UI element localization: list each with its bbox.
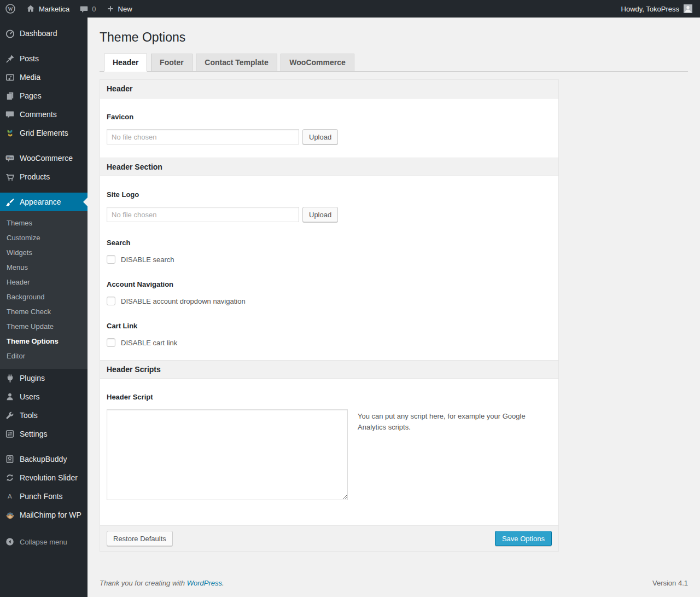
submenu-item-theme-options[interactable]: Theme Options: [0, 334, 88, 349]
sidebar-item-products[interactable]: Products: [0, 167, 88, 186]
comments-shortcut[interactable]: 0: [74, 0, 101, 18]
sidebar-item-grid-elements[interactable]: Grid Elements: [0, 124, 88, 142]
sidebar-item-punch-fonts[interactable]: A Punch Fonts: [0, 487, 88, 506]
plus-icon: [106, 4, 115, 13]
favicon-upload-button[interactable]: Upload: [302, 129, 338, 144]
disable-account-nav-checkbox[interactable]: [107, 297, 115, 305]
admin-menu: Dashboard Posts Media Pages Comments Gri…: [0, 18, 88, 597]
pages-icon: [0, 91, 20, 101]
plugin-icon: [0, 373, 20, 384]
brush-icon: [0, 197, 20, 207]
sidebar-item-settings[interactable]: Settings: [0, 425, 88, 443]
sidebar-item-plugins[interactable]: Plugins: [0, 369, 88, 387]
disable-cart-link-checkbox[interactable]: [107, 338, 115, 347]
sidebar-item-mailchimp[interactable]: MailChimp for WP: [0, 506, 88, 524]
sidebar-item-woocommerce[interactable]: Woo WooCommerce: [0, 149, 88, 167]
collapse-menu-button[interactable]: Collapse menu: [0, 532, 88, 551]
cart-icon: [0, 172, 20, 182]
wordpress-logo-icon: W: [5, 3, 16, 14]
submenu-item-editor[interactable]: Editor: [0, 349, 88, 363]
footer-version-text: Version 4.1: [652, 579, 688, 587]
wrench-icon: [0, 410, 20, 420]
svg-text:Woo: Woo: [7, 156, 13, 159]
letter-a-icon: A: [0, 491, 20, 501]
admin-footer: Thank you for creating with WordPress. V…: [100, 579, 688, 587]
sidebar-item-comments[interactable]: Comments: [0, 105, 88, 124]
new-menu[interactable]: New: [101, 0, 137, 18]
wordpress-link[interactable]: WordPress: [187, 579, 222, 587]
header-script-textarea[interactable]: [107, 409, 348, 500]
sidebar-item-appearance[interactable]: Appearance: [0, 193, 88, 211]
submenu-item-widgets[interactable]: Widgets: [0, 245, 88, 260]
site-logo-file-input[interactable]: [107, 207, 299, 222]
user-icon: [0, 392, 20, 402]
sidebar-item-tools[interactable]: Tools: [0, 406, 88, 425]
submenu-item-menus[interactable]: Menus: [0, 260, 88, 275]
sidebar-item-revolution-slider[interactable]: Revolution Slider: [0, 468, 88, 487]
save-options-button[interactable]: Save Options: [495, 531, 552, 546]
section-heading-header: Header: [100, 80, 558, 98]
sidebar-item-posts[interactable]: Posts: [0, 49, 88, 68]
tab-header[interactable]: Header: [104, 54, 147, 72]
tab-bar: Header Footer Contact Template WooCommer…: [100, 54, 688, 72]
site-logo-upload-button[interactable]: Upload: [302, 207, 338, 222]
search-label: Search: [107, 239, 552, 247]
grid-elements-icon: [0, 128, 20, 138]
comment-count: 0: [92, 5, 96, 13]
page-title: Theme Options: [100, 30, 688, 45]
tab-footer[interactable]: Footer: [151, 54, 192, 72]
admin-bar: W Marketica 0 New Howdy, TokoPress: [0, 0, 700, 18]
disable-cart-link-checkbox-label: DISABLE cart link: [121, 339, 177, 347]
sidebar-item-backupbuddy[interactable]: BackupBuddy: [0, 450, 88, 468]
media-icon: [0, 72, 20, 83]
restore-defaults-button[interactable]: Restore Defaults: [107, 531, 173, 546]
mailchimp-icon: [0, 510, 20, 520]
sidebar-item-pages[interactable]: Pages: [0, 86, 88, 105]
sidebar-item-dashboard[interactable]: Dashboard: [0, 24, 88, 43]
backup-icon: [0, 454, 20, 464]
submenu-item-theme-update[interactable]: Theme Update: [0, 319, 88, 334]
sidebar-item-users[interactable]: Users: [0, 387, 88, 406]
site-logo-label: Site Logo: [107, 190, 552, 199]
dashboard-icon: [0, 28, 20, 39]
svg-text:W: W: [8, 7, 13, 12]
comment-icon: [79, 4, 89, 14]
new-label: New: [118, 5, 132, 13]
tab-woocommerce[interactable]: WooCommerce: [281, 54, 354, 72]
footer-thanks-text: Thank you for creating with WordPress.: [100, 579, 224, 587]
refresh-icon: [0, 473, 20, 483]
submenu-item-customize[interactable]: Customize: [0, 230, 88, 245]
sidebar-item-media[interactable]: Media: [0, 68, 88, 86]
submenu-item-themes[interactable]: Themes: [0, 216, 88, 230]
home-icon: [26, 4, 36, 14]
collapse-arrow-icon: [0, 537, 20, 547]
appearance-submenu: Themes Customize Widgets Menus Header Ba…: [0, 211, 88, 369]
header-script-label: Header Script: [107, 393, 552, 401]
submenu-item-header[interactable]: Header: [0, 275, 88, 289]
settings-icon: [0, 429, 20, 439]
theme-options-panel: Header Favicon Upload Header Section Sit…: [100, 79, 559, 552]
section-heading-header-scripts: Header Scripts: [100, 360, 558, 379]
svg-text:A: A: [8, 492, 12, 500]
pushpin-icon: [0, 54, 20, 64]
account-navigation-label: Account Navigation: [107, 280, 552, 288]
disable-search-checkbox-label: DISABLE search: [121, 256, 174, 264]
submenu-item-background[interactable]: Background: [0, 289, 88, 304]
site-link[interactable]: Marketica: [21, 0, 74, 18]
comments-icon: [0, 109, 20, 119]
avatar: [684, 4, 692, 13]
favicon-label: Favicon: [107, 113, 552, 121]
tab-contact-template[interactable]: Contact Template: [196, 54, 277, 72]
cart-link-label: Cart Link: [107, 322, 552, 330]
woocommerce-icon: Woo: [0, 153, 20, 164]
panel-action-bar: Restore Defaults Save Options: [100, 525, 558, 551]
header-script-help-text: You can put any script here, for example…: [358, 409, 527, 433]
favicon-file-input[interactable]: [107, 129, 299, 144]
submenu-item-theme-check[interactable]: Theme Check: [0, 304, 88, 319]
site-name: Marketica: [39, 5, 69, 13]
disable-account-nav-checkbox-label: DISABLE account dropdown navigation: [121, 297, 246, 305]
howdy-account-link[interactable]: Howdy, TokoPress: [621, 5, 679, 13]
section-heading-header-section: Header Section: [100, 158, 558, 176]
disable-search-checkbox[interactable]: [107, 255, 115, 264]
wordpress-menu[interactable]: W: [0, 0, 21, 18]
